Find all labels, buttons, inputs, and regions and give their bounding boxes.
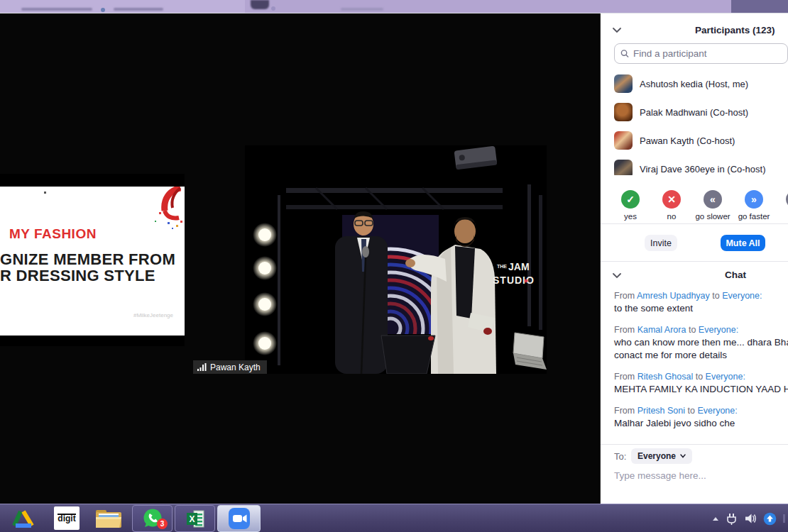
system-tray [712, 504, 785, 532]
chat-input[interactable]: Type message here... [614, 470, 706, 481]
feedback-go-faster-button[interactable]: » [745, 190, 763, 209]
chat-message-text: MEHTA FAMILY KA INDUCTION YAAD H [614, 383, 788, 396]
participant-name: Pawan Kayth (Co-host) [640, 135, 735, 146]
show-hidden-icons-chevron[interactable] [712, 516, 719, 521]
slide-watermark: #MilkeJeetenge [133, 312, 173, 318]
participants-chat-panel: Participants (123) Ashutosh kedia (Host,… [600, 13, 788, 504]
slide-heading: MY FASHION [9, 226, 97, 242]
feedback-label: yes [624, 212, 637, 221]
slide-speck [44, 192, 46, 194]
taskbar-zoom-button[interactable] [217, 505, 261, 532]
desktop-screen: MY FASHION GNIZE MEMBER FROM R DRESSING … [0, 0, 788, 532]
taskbar: digit 3 X [0, 504, 788, 532]
taskbar-excel-button[interactable]: X [175, 505, 215, 532]
participant-name: Ashutosh kedia (Host, me) [640, 79, 748, 89]
mute-all-button[interactable]: Mute All [721, 235, 765, 251]
chat-message-text: conact me for more details [614, 349, 788, 362]
presentation-slide: MY FASHION GNIZE MEMBER FROM R DRESSING … [0, 187, 185, 336]
avatar [614, 103, 633, 121]
feedback-no-button[interactable]: ✕ [662, 190, 681, 209]
blurred-new-tab-button [271, 6, 275, 11]
stage-scene: THE JAM STUDIO [245, 145, 547, 374]
clipped-tray-item [783, 514, 785, 523]
collapse-chat-icon[interactable] [613, 273, 621, 279]
blurred-tab-text [341, 8, 383, 11]
collapse-participants-icon[interactable] [613, 28, 621, 33]
divider [601, 261, 788, 262]
upload-cloud-icon[interactable] [763, 512, 777, 526]
browser-strip-dark-corner [731, 0, 788, 13]
avatar [614, 131, 633, 150]
power-plug-icon[interactable] [726, 512, 738, 526]
divider [601, 223, 788, 224]
slide-text-line: R DRESSING STYLE [0, 267, 155, 285]
participant-row[interactable]: Pawan Kayth (Co-host) [601, 131, 788, 150]
ribbon-decoration-icon [148, 187, 185, 231]
shared-screen-video-tile[interactable]: MY FASHION GNIZE MEMBER FROM R DRESSING … [0, 174, 185, 346]
digit-icon[interactable]: digit [54, 506, 80, 530]
recipient-name: Everyone: [697, 406, 737, 416]
chat-message: From Amresh Upadhyay to Everyone: to the… [614, 289, 788, 315]
background-browser-tab-strip [0, 0, 788, 13]
search-input[interactable] [633, 48, 782, 59]
invite-button[interactable]: Invite [645, 235, 677, 251]
feedback-label: go faster [738, 212, 770, 221]
chat-message-header: From Amresh Upadhyay to Everyone: [614, 289, 788, 302]
sender-name[interactable]: Amresh Upadhyay [637, 291, 710, 301]
participant-row[interactable]: Viraj Dave 360eye in (Co-host) [601, 160, 788, 175]
chevron-down-icon [680, 454, 686, 458]
participant-name: Viraj Dave 360eye in (Co-host) [640, 164, 766, 174]
speaker-video-tile[interactable]: THE JAM STUDIO [245, 145, 547, 374]
sender-name[interactable]: Ritesh Ghosal [637, 372, 694, 382]
svg-text:JAM: JAM [508, 261, 530, 272]
participant-search[interactable] [614, 43, 788, 64]
excel-icon: X [185, 508, 206, 529]
recipient-dropdown[interactable]: Everyone [631, 448, 692, 464]
folder-icon[interactable] [95, 508, 122, 529]
blurred-tab-text [21, 8, 92, 11]
blurred-favicon [101, 8, 105, 12]
chat-title: Chat [725, 270, 746, 280]
search-icon [620, 49, 629, 58]
feedback-label: no [667, 212, 677, 221]
recipient-name: Everyone: [699, 325, 738, 335]
google-drive-icon[interactable] [11, 509, 34, 528]
chat-message-header: From Ritesh Ghosal to Everyone: [614, 370, 788, 383]
svg-text:STUDIO: STUDIO [493, 275, 535, 286]
to-label: To: [614, 451, 626, 462]
double-chevron-right-icon: » [751, 194, 757, 205]
browser-active-tab-blur [0, 0, 245, 13]
check-icon: ✓ [626, 194, 635, 205]
chat-message-header: From Kamal Arora to Everyone: [614, 323, 788, 336]
recipient-value: Everyone [637, 451, 676, 461]
speaker-name: Pawan Kayth [210, 362, 261, 372]
x-icon: ✕ [667, 194, 676, 205]
participant-row[interactable]: Palak Madhwani (Co-host) [601, 103, 788, 121]
music-stand [381, 336, 435, 374]
avatar [614, 160, 633, 175]
recipient-name: Everyone: [706, 372, 745, 382]
svg-text:THE: THE [497, 264, 507, 269]
zoom-icon [227, 506, 251, 531]
double-chevron-left-icon: « [710, 194, 716, 205]
avatar [614, 74, 633, 93]
sender-name[interactable]: Kamal Arora [637, 325, 686, 335]
chat-message: From Kamal Arora to Everyone: who can kn… [614, 323, 788, 362]
chat-message-text: who can know more then me... dhara Bha [614, 336, 788, 349]
taskbar-whatsapp-button[interactable]: 3 [132, 505, 173, 532]
feedback-go-slower-button[interactable]: « [704, 190, 722, 209]
participant-list[interactable]: Ashutosh kedia (Host, me) Palak Madhwani… [601, 70, 788, 175]
chat-message-text: to the some extent [614, 302, 788, 315]
feedback-yes-button[interactable]: ✓ [621, 190, 640, 209]
svg-text:X: X [189, 514, 195, 524]
blurred-tab [251, 0, 269, 9]
chat-message-header: From Pritesh Soni to Everyone: [614, 404, 788, 417]
divider [601, 444, 788, 445]
blurred-tab-text [114, 8, 163, 11]
chat-message: From Pritesh Soni to Everyone: Malhar Ja… [614, 404, 788, 430]
chat-message-text: Malhar Jalebi jevo sidho che [614, 417, 788, 430]
sender-name[interactable]: Pritesh Soni [637, 406, 685, 416]
participants-title: Participants (123) [695, 25, 775, 35]
participant-row[interactable]: Ashutosh kedia (Host, me) [601, 74, 788, 93]
speaker-icon[interactable] [744, 513, 757, 524]
